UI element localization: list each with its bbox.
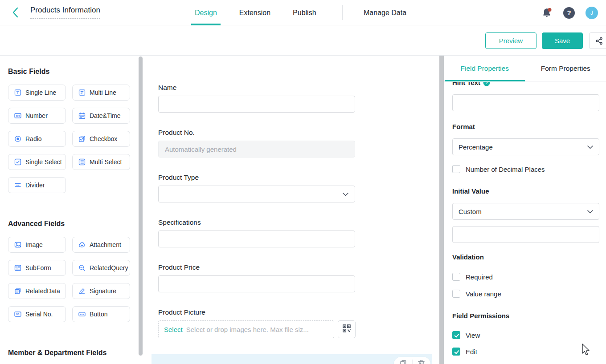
required-checkbox[interactable]: Required bbox=[452, 273, 599, 281]
disabled-input: Automatically generated bbox=[158, 141, 355, 158]
multi-line-icon bbox=[78, 89, 86, 96]
question-badge-icon[interactable]: ? bbox=[483, 82, 490, 86]
tab-extension[interactable]: Extension bbox=[239, 0, 270, 25]
field-label: Specifications bbox=[158, 218, 439, 226]
tab-form-properties[interactable]: Form Properties bbox=[525, 56, 606, 81]
radio-icon bbox=[14, 135, 21, 142]
image-select-link[interactable]: Select bbox=[164, 326, 183, 333]
checkbox-icon[interactable] bbox=[452, 273, 460, 281]
canvas-field-product-no[interactable]: Product No.Automatically generated bbox=[143, 129, 439, 158]
canvas-field-number-selected[interactable]: Number bbox=[152, 354, 432, 364]
field-type-date-time[interactable]: Date&Time bbox=[72, 108, 130, 124]
tab-field-properties[interactable]: Field Properties bbox=[444, 56, 525, 81]
image-icon bbox=[14, 241, 21, 248]
question-mark-icon: ? bbox=[567, 9, 571, 16]
hint-text-input[interactable] bbox=[452, 94, 599, 111]
field-type-image[interactable]: Image bbox=[8, 237, 66, 253]
hint-text-label: Hint Text ? bbox=[452, 82, 599, 87]
delete-field-button[interactable] bbox=[413, 357, 430, 364]
field-permissions-label: Field Permissions bbox=[452, 312, 599, 320]
checkbox-icon[interactable] bbox=[452, 290, 460, 298]
svg-text:123: 123 bbox=[16, 115, 20, 117]
view-permission-checkbox[interactable]: View bbox=[452, 331, 599, 339]
field-type-label: Image bbox=[25, 241, 43, 248]
form-canvas: NameProduct No.Automatically generatedPr… bbox=[143, 56, 439, 364]
decimal-places-checkbox[interactable]: Number of Decimal Places bbox=[452, 165, 599, 173]
field-properties-content: Hint Text ? Format Percentage Number of … bbox=[444, 82, 606, 364]
header-tabs: Design Extension Publish bbox=[195, 0, 339, 25]
field-label: Product Type bbox=[158, 174, 439, 182]
back-chevron-icon bbox=[13, 8, 17, 17]
single-select-icon bbox=[14, 158, 21, 166]
field-type-button[interactable]: BTNButton bbox=[72, 306, 130, 322]
field-type-label: Single Line bbox=[25, 89, 56, 96]
related-data-icon bbox=[14, 287, 21, 295]
number-icon: 123 bbox=[14, 112, 21, 119]
field-type-subform[interactable]: SubForm bbox=[8, 260, 66, 276]
field-type-label: Number bbox=[25, 112, 48, 119]
canvas-scrollbar[interactable] bbox=[439, 56, 444, 364]
initial-value-select[interactable]: Custom bbox=[452, 203, 599, 220]
checkbox-checked-icon[interactable] bbox=[452, 348, 460, 356]
button-icon: BTN bbox=[78, 311, 86, 318]
format-select[interactable]: Percentage bbox=[452, 138, 599, 155]
field-type-relateddata[interactable]: RelatedData bbox=[8, 283, 66, 299]
field-type-single-line[interactable]: Single Line bbox=[8, 85, 66, 101]
multi-select-icon bbox=[78, 158, 86, 166]
field-type-number[interactable]: 123Number bbox=[8, 108, 66, 124]
field-type-label: Single Select bbox=[25, 158, 62, 166]
checkbox-checked-icon[interactable] bbox=[452, 331, 460, 339]
trash-icon bbox=[418, 360, 425, 364]
field-type-label: Divider bbox=[25, 182, 45, 189]
qr-upload-button[interactable] bbox=[338, 320, 356, 338]
dropzone-placeholder: Select or drop images here. Max file siz… bbox=[186, 326, 309, 333]
text-input[interactable] bbox=[158, 275, 355, 292]
user-avatar[interactable]: J bbox=[586, 7, 598, 19]
field-type-multi-line[interactable]: Multi Line bbox=[72, 85, 130, 101]
copy-field-button[interactable] bbox=[394, 357, 412, 364]
initial-value-input[interactable] bbox=[452, 226, 599, 243]
workspace: Basic FieldsSingle LineMulti Line123Numb… bbox=[0, 56, 606, 364]
canvas-field-specifications[interactable]: Specifications bbox=[143, 218, 439, 247]
select-input[interactable] bbox=[158, 186, 355, 202]
field-type-label: Multi Line bbox=[90, 89, 116, 96]
chevron-down-icon bbox=[587, 210, 593, 214]
text-input[interactable] bbox=[158, 96, 355, 113]
tab-manage-data[interactable]: Manage Data bbox=[364, 0, 406, 25]
tab-publish[interactable]: Publish bbox=[293, 0, 316, 25]
text-input[interactable] bbox=[158, 231, 355, 247]
canvas-field-product-price[interactable]: Product Price bbox=[143, 263, 439, 292]
field-action-bar bbox=[394, 357, 430, 364]
field-type-checkbox[interactable]: Checkbox bbox=[72, 131, 130, 147]
field-type-radio[interactable]: Radio bbox=[8, 131, 66, 147]
back-button[interactable] bbox=[10, 6, 21, 19]
field-type-single-select[interactable]: Single Select bbox=[8, 154, 66, 170]
field-type-serial-no[interactable]: NO.Serial No. bbox=[8, 306, 66, 322]
datetime-icon bbox=[78, 112, 86, 119]
notifications-button[interactable] bbox=[541, 7, 553, 19]
sidebar-scrollbar[interactable] bbox=[139, 57, 143, 356]
field-label: Product Picture bbox=[158, 308, 439, 316]
sidebar-group-title: Basic Fields bbox=[8, 68, 139, 76]
field-type-multi-select[interactable]: Multi Select bbox=[72, 154, 130, 170]
image-dropzone[interactable]: SelectSelect or drop images here. Max fi… bbox=[158, 320, 334, 338]
field-type-divider[interactable]: Divider bbox=[8, 177, 66, 193]
field-type-signature[interactable]: Signature bbox=[72, 283, 130, 299]
canvas-field-product-type[interactable]: Product Type bbox=[143, 174, 439, 202]
share-button[interactable] bbox=[589, 32, 606, 49]
field-type-attachment[interactable]: Attachment bbox=[72, 237, 130, 253]
canvas-field-product-picture[interactable]: Product PictureSelectSelect or drop imag… bbox=[143, 308, 439, 338]
edit-permission-checkbox[interactable]: Edit bbox=[452, 348, 599, 356]
value-range-checkbox[interactable]: Value range bbox=[452, 290, 599, 298]
canvas-field-name[interactable]: Name bbox=[143, 84, 439, 113]
field-type-label: Button bbox=[90, 311, 107, 318]
checkbox-icon bbox=[78, 135, 86, 142]
field-type-relatedquery[interactable]: RelatedQuery bbox=[72, 260, 130, 276]
save-button[interactable]: Save bbox=[542, 32, 583, 49]
form-title[interactable]: Products Information bbox=[30, 6, 100, 19]
tab-design[interactable]: Design bbox=[195, 0, 217, 25]
help-button[interactable]: ? bbox=[563, 7, 575, 19]
checkbox-icon[interactable] bbox=[452, 165, 460, 173]
qr-code-icon bbox=[342, 324, 351, 335]
preview-button[interactable]: Preview bbox=[485, 32, 536, 49]
